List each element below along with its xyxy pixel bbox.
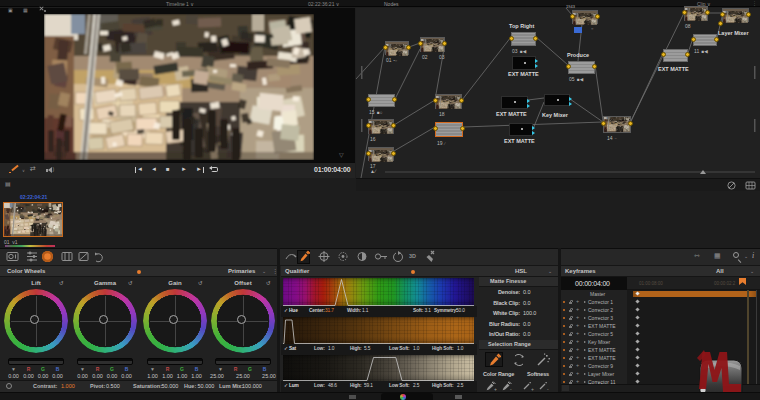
svg-text:+: + — [494, 386, 497, 391]
svg-text:-: - — [510, 386, 512, 391]
svg-text:-: - — [547, 386, 549, 391]
svg-text:+: + — [531, 386, 534, 391]
